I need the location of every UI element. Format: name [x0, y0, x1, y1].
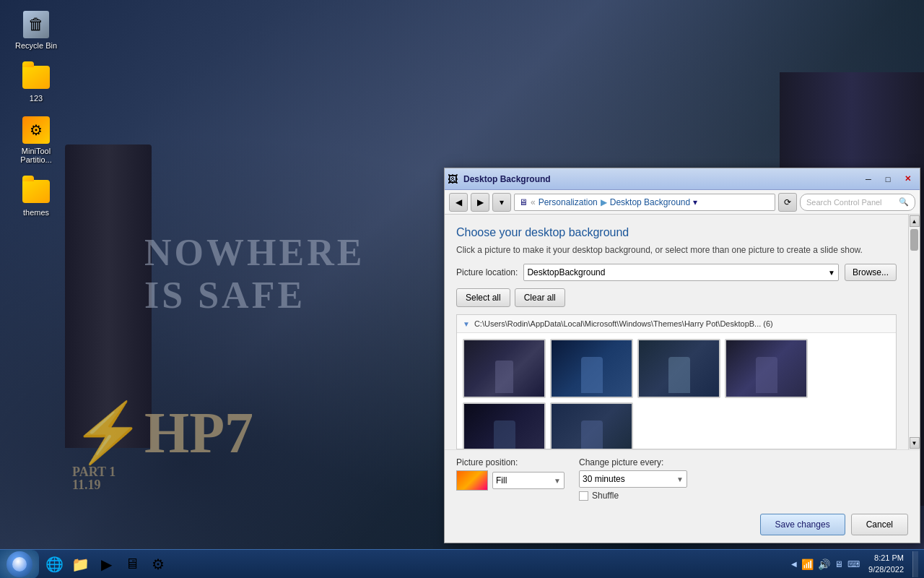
start-orb-inner	[12, 557, 27, 571]
shuffle-label: Shuffle	[592, 491, 619, 501]
scrollbar-track[interactable]: ▲ ▼	[908, 215, 920, 449]
minimize-button[interactable]: ─	[859, 172, 878, 186]
search-icon: 🔍	[899, 197, 909, 207]
folder-123-graphic	[22, 66, 50, 89]
refresh-button[interactable]: ⟳	[778, 193, 797, 212]
cancel-button[interactable]: Cancel	[851, 514, 908, 535]
change-every-value: 30 minutes	[583, 474, 625, 484]
tray-volume-icon[interactable]: 🔊	[818, 558, 830, 570]
themes-folder-graphic	[22, 180, 50, 203]
tray-display-icon: 🖥	[834, 559, 843, 569]
start-orb	[6, 551, 32, 577]
themes-folder-icon[interactable]: themes	[7, 174, 65, 220]
picture-position-value: Fill	[496, 475, 507, 486]
shuffle-checkbox[interactable]	[579, 491, 588, 501]
start-button[interactable]	[0, 550, 39, 579]
section-subheading: Click a picture to make it your desktop …	[456, 245, 897, 255]
minitool-graphic: ⚙	[22, 116, 50, 144]
change-every-select[interactable]: 30 minutes ▼	[579, 470, 687, 488]
desktop-background-window: 🖼 Desktop Background ─ □ ✕ ◀ ▶ ▾ 🖥 « Per…	[444, 168, 920, 543]
change-every-group: Change picture every: 30 minutes ▼ Shuff…	[579, 457, 687, 501]
taskbar: 🌐 📁 ▶ 🖥 ⚙ ◀ 📶 🔊 🖥 ⌨ 8:21 PM 9/28/2022	[0, 549, 924, 578]
picture-position-select[interactable]: Fill ▼	[492, 472, 565, 489]
desktop: NOWHEREIS SAFE ⚡HP7 PART 111.19 🗑 Recycl…	[0, 0, 924, 578]
thumb-5-figure	[494, 420, 515, 449]
minitool-icon[interactable]: ⚙ MiniTool Partitio...	[7, 113, 65, 167]
thumbnail-6[interactable]	[550, 402, 633, 449]
picture-location-row: Picture location: DesktopBackground ▼ Br…	[456, 264, 897, 281]
taskbar-ie-icon[interactable]: 🌐	[42, 552, 66, 577]
breadcrumb-separator-left: «	[531, 197, 536, 207]
folder-123-icon[interactable]: 123	[7, 60, 65, 105]
breadcrumb-arrow: ▶	[601, 197, 607, 207]
search-placeholder-text: Search Control Panel	[806, 198, 882, 207]
taskbar-media-icon[interactable]: ▶	[94, 552, 118, 577]
hp7-subtitle: PART 111.19	[72, 465, 253, 491]
picture-position-label: Picture position:	[456, 457, 565, 467]
show-desktop-button[interactable]	[912, 551, 918, 577]
recent-pages-button[interactable]: ▾	[492, 193, 511, 212]
system-tray: ◀ 📶 🔊 🖥 ⌨	[791, 558, 860, 570]
desktop-icons-area: 🗑 Recycle Bin 123 ⚙ MiniTool Partitio...…	[7, 7, 65, 220]
clock-date: 9/28/2022	[868, 564, 904, 575]
address-path-display[interactable]: 🖥 « Personalization ▶ Desktop Background…	[514, 194, 775, 211]
address-dropdown-btn[interactable]: ▾	[693, 197, 697, 207]
select-clear-row: Select all Clear all	[456, 288, 897, 307]
taskbar-settings-icon[interactable]: ⚙	[146, 552, 170, 577]
recycle-bin-label: Recycle Bin	[7, 41, 65, 50]
picture-location-dropdown-arrow: ▼	[828, 269, 835, 277]
thumbnail-4[interactable]	[725, 339, 808, 398]
thumbnail-3[interactable]	[637, 339, 720, 398]
window-content: Choose your desktop background Click a p…	[445, 215, 920, 543]
picture-position-group: Picture position: Fill ▼	[456, 457, 565, 501]
recycle-bin-icon[interactable]: 🗑 Recycle Bin	[7, 7, 65, 53]
forward-button[interactable]: ▶	[471, 193, 489, 212]
save-changes-button[interactable]: Save changes	[760, 514, 845, 535]
clock-display[interactable]: 8:21 PM 9/28/2022	[863, 553, 910, 575]
action-buttons-row: Save changes Cancel	[456, 508, 908, 535]
shuffle-row: Shuffle	[579, 491, 687, 501]
back-button[interactable]: ◀	[449, 193, 468, 212]
collapse-icon[interactable]: ▼	[463, 320, 470, 328]
breadcrumb-icon: 🖥	[519, 197, 528, 207]
position-preview-thumb	[456, 470, 488, 491]
thumbnail-1[interactable]	[463, 339, 546, 398]
folder-path-text: C:\Users\Rodin\AppData\Local\Microsoft\W…	[474, 319, 773, 328]
change-every-dropdown-arrow: ▼	[676, 475, 684, 483]
minitool-label: MiniTool Partitio...	[7, 147, 65, 164]
scrollbar-thumb[interactable]	[910, 229, 918, 251]
themes-folder-label: themes	[7, 208, 65, 217]
taskbar-network-icon[interactable]: 🖥	[120, 552, 144, 577]
thumbnail-2[interactable]	[550, 339, 633, 398]
browse-button[interactable]: Browse...	[845, 264, 897, 281]
position-dropdown-arrow: ▼	[554, 477, 561, 485]
picture-location-select[interactable]: DesktopBackground ▼	[523, 264, 839, 281]
breadcrumb-desktop-bg[interactable]: Desktop Background	[610, 197, 690, 207]
address-bar: ◀ ▶ ▾ 🖥 « Personalization ▶ Desktop Back…	[445, 190, 920, 215]
breadcrumb-personalization[interactable]: Personalization	[539, 197, 598, 207]
change-every-label: Change picture every:	[579, 457, 687, 467]
maximize-button[interactable]: □	[879, 172, 897, 186]
picture-location-value: DesktopBackground	[527, 267, 605, 277]
main-content-area: Choose your desktop background Click a p…	[445, 215, 908, 449]
clear-all-button[interactable]: Clear all	[515, 288, 565, 307]
section-heading: Choose your desktop background	[456, 226, 897, 239]
taskbar-folder-icon[interactable]: 📁	[68, 552, 92, 577]
taskbar-right-area: ◀ 📶 🔊 🖥 ⌨ 8:21 PM 9/28/2022	[785, 551, 924, 577]
search-box[interactable]: Search Control Panel 🔍	[800, 194, 915, 211]
scrollbar-down-btn[interactable]: ▼	[910, 437, 920, 449]
tray-arrow[interactable]: ◀	[791, 560, 797, 568]
thumb-2-figure	[581, 357, 603, 393]
window-icon: 🖼	[448, 173, 459, 185]
close-button[interactable]: ✕	[898, 172, 917, 186]
thumb-4-figure	[756, 357, 777, 393]
thumb-1-figure	[495, 361, 513, 393]
thumb-3-figure	[668, 357, 690, 393]
window-controls: ─ □ ✕	[859, 172, 917, 186]
picture-controls: Picture position: Fill ▼ Change picture …	[456, 457, 908, 501]
thumbnail-5[interactable]	[463, 402, 546, 449]
select-all-button[interactable]: Select all	[456, 288, 510, 307]
desktop-text-nowhere: NOWHEREIS SAFE	[144, 231, 365, 316]
image-grid	[457, 333, 896, 449]
scrollbar-up-btn[interactable]: ▲	[910, 215, 920, 227]
